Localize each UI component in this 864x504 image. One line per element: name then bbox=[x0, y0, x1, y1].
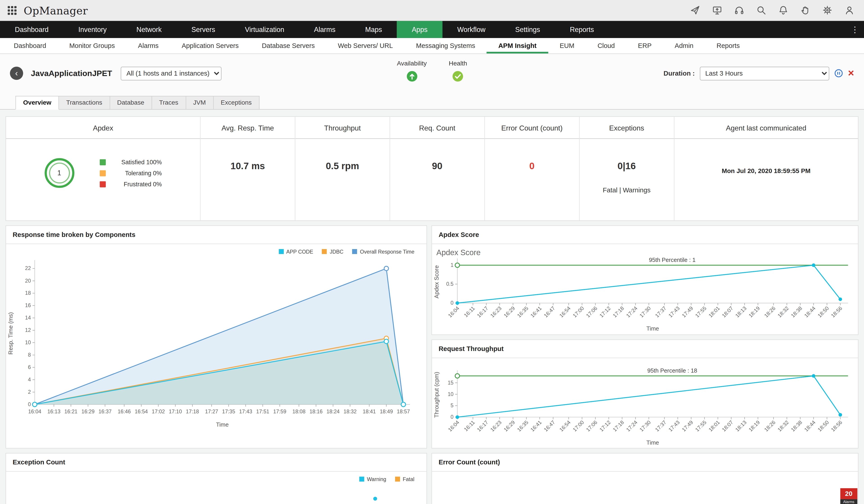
svg-text:18:50: 18:50 bbox=[817, 305, 830, 319]
svg-text:18:56: 18:56 bbox=[830, 305, 843, 319]
legend-swatch bbox=[99, 181, 106, 187]
page-header: ‹ JavaApplicationJPET All (1 hosts and 1… bbox=[0, 54, 864, 93]
svg-text:18:24: 18:24 bbox=[326, 409, 339, 415]
svg-text:18:07: 18:07 bbox=[721, 305, 734, 319]
svg-text:17:49: 17:49 bbox=[681, 305, 694, 319]
svg-text:Apdex Score: Apdex Score bbox=[433, 265, 440, 298]
nav-item-workflow[interactable]: Workflow bbox=[442, 21, 501, 38]
tab-jvm[interactable]: JVM bbox=[186, 96, 214, 110]
nav-item-alarms[interactable]: Alarms bbox=[299, 21, 350, 38]
nav-item-inventory[interactable]: Inventory bbox=[63, 21, 121, 38]
nav-item-apps[interactable]: Apps bbox=[397, 21, 442, 38]
svg-text:18:50: 18:50 bbox=[817, 419, 830, 432]
duration-select[interactable]: Last 3 Hours bbox=[700, 67, 829, 80]
svg-text:16:35: 16:35 bbox=[516, 419, 529, 432]
svg-text:Resp. Time (ms): Resp. Time (ms) bbox=[8, 312, 14, 355]
svg-text:12: 12 bbox=[25, 327, 31, 333]
search-icon[interactable] bbox=[756, 5, 766, 15]
svg-text:18:49: 18:49 bbox=[380, 409, 393, 415]
svg-text:17:55: 17:55 bbox=[694, 419, 708, 432]
more-menu-icon[interactable]: ⋮ bbox=[851, 21, 859, 38]
svg-text:16:23: 16:23 bbox=[489, 419, 503, 432]
metric-value: 90 bbox=[390, 161, 484, 172]
svg-text:16:11: 16:11 bbox=[463, 305, 476, 319]
panel-title: Response time broken by Components bbox=[6, 226, 427, 244]
svg-text:17:51: 17:51 bbox=[256, 409, 269, 415]
app-title: OpManager bbox=[24, 4, 88, 16]
tab-traces[interactable]: Traces bbox=[152, 96, 186, 110]
legend-label: Satisfied 100% bbox=[111, 159, 162, 165]
scope-select[interactable]: All (1 hosts and 1 instances) bbox=[121, 67, 221, 80]
health-label: Health bbox=[449, 60, 467, 67]
svg-text:18:13: 18:13 bbox=[734, 419, 748, 432]
svg-text:Apdex Score: Apdex Score bbox=[436, 248, 481, 257]
metric-avg-resp-time: Avg. Resp. Time10.7 ms bbox=[201, 117, 296, 220]
svg-text:16:54: 16:54 bbox=[558, 419, 572, 432]
apdex-legend-item: Frustrated 0% bbox=[99, 181, 162, 187]
nav-item-virtualization[interactable]: Virtualization bbox=[230, 21, 299, 38]
svg-text:16:29: 16:29 bbox=[503, 305, 516, 319]
screen-share-icon[interactable] bbox=[712, 5, 722, 15]
subnav-item-erp[interactable]: ERP bbox=[626, 38, 663, 53]
hand-icon[interactable] bbox=[801, 5, 810, 15]
apdex-gauge: 1 bbox=[44, 158, 74, 188]
settings-gear-icon[interactable] bbox=[823, 5, 832, 15]
subnav-item-admin[interactable]: Admin bbox=[663, 38, 705, 53]
apdex-score-chart: 00.5116:0416:1116:1716:2316:2916:3516:41… bbox=[432, 244, 858, 334]
headset-icon[interactable] bbox=[734, 5, 744, 15]
svg-text:17:02: 17:02 bbox=[152, 409, 165, 415]
subnav-item-dashboard[interactable]: Dashboard bbox=[2, 38, 58, 53]
request-throughput-chart: 05101516:0416:1116:1716:2316:2916:3516:4… bbox=[432, 358, 858, 448]
rocket-icon[interactable] bbox=[691, 5, 700, 15]
subnav-item-database-servers[interactable]: Database Servers bbox=[250, 38, 326, 53]
svg-text:16:54: 16:54 bbox=[135, 409, 148, 415]
nav-item-maps[interactable]: Maps bbox=[350, 21, 397, 38]
svg-text:18:16: 18:16 bbox=[309, 409, 322, 415]
sub-nav: DashboardMonitor GroupsAlarmsApplication… bbox=[0, 38, 864, 54]
tab-exceptions[interactable]: Exceptions bbox=[214, 96, 260, 110]
subnav-item-alarms[interactable]: Alarms bbox=[127, 38, 170, 53]
scheduler-icon[interactable] bbox=[834, 69, 843, 77]
app-launcher-icon[interactable] bbox=[8, 6, 16, 15]
response-time-panel: Response time broken by Components APP C… bbox=[5, 226, 427, 449]
subnav-item-cloud[interactable]: Cloud bbox=[586, 38, 626, 53]
availability-status: Availability bbox=[397, 60, 427, 82]
subnav-item-messaging-systems[interactable]: Messaging Systems bbox=[405, 38, 487, 53]
svg-text:17:18: 17:18 bbox=[612, 305, 625, 319]
subnav-item-eum[interactable]: EUM bbox=[548, 38, 586, 53]
subnav-item-apm-insight[interactable]: APM Insight bbox=[487, 38, 548, 53]
svg-text:17:18: 17:18 bbox=[612, 419, 625, 432]
legend-swatch bbox=[99, 159, 106, 165]
subnav-item-reports[interactable]: Reports bbox=[705, 38, 751, 53]
nav-item-settings[interactable]: Settings bbox=[501, 21, 555, 38]
nav-item-reports[interactable]: Reports bbox=[555, 21, 609, 38]
tab-overview[interactable]: Overview bbox=[15, 96, 59, 110]
user-icon[interactable] bbox=[845, 5, 854, 15]
svg-text:18:13: 18:13 bbox=[734, 305, 748, 319]
legend-swatch bbox=[278, 249, 284, 254]
subnav-item-monitor-groups[interactable]: Monitor Groups bbox=[58, 38, 126, 53]
nav-item-dashboard[interactable]: Dashboard bbox=[0, 21, 63, 38]
tab-database[interactable]: Database bbox=[110, 96, 152, 110]
tab-transactions[interactable]: Transactions bbox=[59, 96, 110, 110]
svg-text:17:59: 17:59 bbox=[273, 409, 286, 415]
svg-text:0: 0 bbox=[451, 300, 454, 306]
legend-swatch bbox=[395, 477, 400, 481]
metric-title: Apdex bbox=[6, 117, 200, 139]
close-icon[interactable]: × bbox=[848, 69, 854, 77]
request-throughput-panel: Request Throughput 05101516:0416:1116:17… bbox=[432, 339, 859, 448]
back-button[interactable]: ‹ bbox=[10, 67, 23, 80]
subnav-item-web-servers-url[interactable]: Web Servers/ URL bbox=[326, 38, 404, 53]
subnav-item-application-servers[interactable]: Application Servers bbox=[170, 38, 250, 53]
nav-item-network[interactable]: Network bbox=[121, 21, 177, 38]
duration-label: Duration : bbox=[663, 70, 695, 77]
notifications-icon[interactable] bbox=[779, 5, 788, 15]
svg-text:0: 0 bbox=[451, 414, 454, 420]
svg-text:16:29: 16:29 bbox=[82, 409, 95, 415]
alarms-badge[interactable]: 20 Alarms bbox=[840, 488, 857, 504]
svg-text:18:32: 18:32 bbox=[344, 409, 357, 415]
svg-text:17:49: 17:49 bbox=[681, 419, 694, 432]
legend-swatch bbox=[322, 249, 327, 254]
nav-item-servers[interactable]: Servers bbox=[177, 21, 230, 38]
metric-value: 0 bbox=[485, 161, 579, 172]
